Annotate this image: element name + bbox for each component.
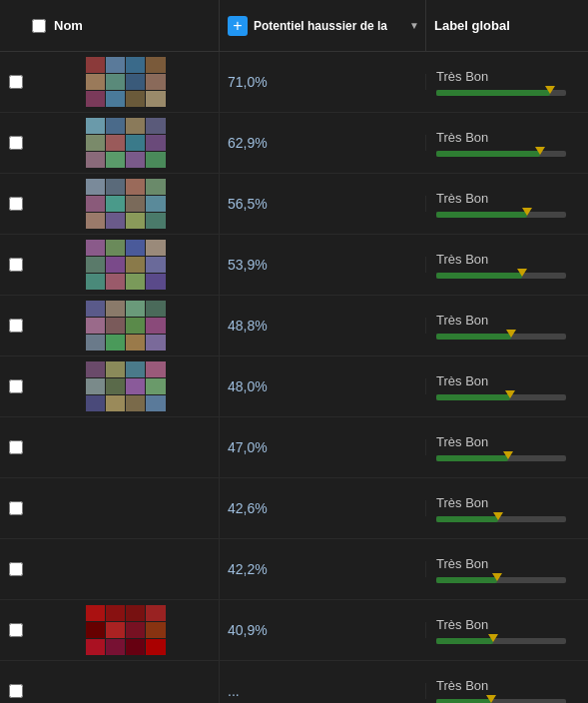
row-potentiel: 53,9% <box>220 257 426 273</box>
row-checkbox[interactable] <box>9 440 23 454</box>
row-check-cell <box>0 440 32 454</box>
label-bar-marker <box>517 269 527 277</box>
row-check-cell <box>0 379 32 393</box>
row-label-text: Très Bon <box>436 191 578 206</box>
row-potentiel: 71,0% <box>220 74 426 90</box>
table-row: 56,5%Très Bon <box>0 174 588 235</box>
row-label-text: Très Bon <box>436 678 578 693</box>
label-bar <box>436 273 566 279</box>
row-potentiel: 40,9% <box>220 622 426 638</box>
table-row: 71,0%Très Bon <box>0 52 588 113</box>
row-potentiel: 48,8% <box>220 318 426 334</box>
row-checkbox[interactable] <box>9 623 23 637</box>
row-check-cell <box>0 501 32 515</box>
row-label-text: Très Bon <box>436 313 578 328</box>
label-bar-marker <box>492 573 502 581</box>
select-all-checkbox[interactable] <box>32 19 46 33</box>
data-table: Nom + Potentiel haussier de la ▼ Label g… <box>0 0 588 703</box>
row-potentiel: 48,0% <box>220 378 426 394</box>
col-label-header: Label global <box>426 0 588 51</box>
row-label-cell: Très Bon <box>426 617 588 644</box>
row-thumbnail <box>32 661 220 704</box>
row-checkbox[interactable] <box>9 379 23 393</box>
row-check-cell <box>0 319 32 333</box>
label-bar-marker <box>488 634 498 642</box>
row-thumbnail <box>32 113 220 174</box>
row-thumbnail <box>32 296 220 356</box>
row-thumbnail <box>32 600 220 661</box>
row-check-cell <box>0 562 32 576</box>
row-potentiel: 42,6% <box>220 500 426 516</box>
row-checkbox[interactable] <box>9 562 23 576</box>
table-row: 40,9%Très Bon <box>0 600 588 661</box>
row-check-cell <box>0 684 32 698</box>
label-bar <box>436 334 566 340</box>
row-thumbnail <box>32 539 220 600</box>
nom-header-label: Nom <box>54 18 83 33</box>
label-bar-marker <box>493 512 503 520</box>
label-bar <box>436 638 566 644</box>
label-bar-marker <box>545 86 555 94</box>
row-label-text: Très Bon <box>436 252 578 267</box>
row-label-text: Très Bon <box>436 495 578 510</box>
row-check-cell <box>0 258 32 272</box>
table-header: Nom + Potentiel haussier de la ▼ Label g… <box>0 0 588 52</box>
row-checkbox[interactable] <box>9 684 23 698</box>
row-potentiel: 62,9% <box>220 135 426 151</box>
table-row: 62,9%Très Bon <box>0 113 588 174</box>
label-bar-marker <box>505 390 515 398</box>
label-bar <box>436 394 566 400</box>
row-thumbnail <box>32 52 220 113</box>
row-label-text: Très Bon <box>436 69 578 84</box>
row-label-cell: Très Bon <box>426 130 588 157</box>
row-potentiel: 47,0% <box>220 439 426 455</box>
row-label-text: Très Bon <box>436 130 578 145</box>
row-label-text: Très Bon <box>436 556 578 571</box>
table-row: 48,8%Très Bon <box>0 296 588 356</box>
row-potentiel: 56,5% <box>220 196 426 212</box>
row-label-text: Très Bon <box>436 373 578 388</box>
row-thumbnail <box>32 478 220 539</box>
label-bar-marker <box>506 330 516 338</box>
col-nom-header: Nom <box>0 0 220 51</box>
label-header-text: Label global <box>434 18 510 33</box>
col-potentiel-header: + Potentiel haussier de la ▼ <box>220 0 426 51</box>
label-bar <box>436 577 566 583</box>
row-potentiel: 42,2% <box>220 561 426 577</box>
potentiel-dropdown-icon[interactable]: ▼ <box>409 20 419 31</box>
label-bar <box>436 151 566 157</box>
row-thumbnail <box>32 235 220 296</box>
row-label-text: Très Bon <box>436 434 578 449</box>
row-check-cell <box>0 75 32 89</box>
row-checkbox[interactable] <box>9 197 23 211</box>
row-label-cell: Très Bon <box>426 434 588 461</box>
row-check-cell <box>0 197 32 211</box>
row-checkbox[interactable] <box>9 319 23 333</box>
row-label-cell: Très Bon <box>426 252 588 279</box>
row-label-cell: Très Bon <box>426 556 588 583</box>
row-label-cell: Très Bon <box>426 373 588 400</box>
table-body: 71,0%Très Bon62,9%Très Bon56,5%Très Bon5… <box>0 52 588 703</box>
row-thumbnail <box>32 356 220 417</box>
row-potentiel: ... <box>220 683 426 699</box>
label-bar <box>436 455 566 461</box>
row-checkbox[interactable] <box>9 75 23 89</box>
row-checkbox[interactable] <box>9 136 23 150</box>
table-row: 53,9%Très Bon <box>0 235 588 296</box>
row-label-cell: Très Bon <box>426 678 588 704</box>
row-check-cell <box>0 136 32 150</box>
row-label-text: Très Bon <box>436 617 578 632</box>
row-thumbnail <box>32 417 220 478</box>
label-bar <box>436 516 566 522</box>
row-checkbox[interactable] <box>9 258 23 272</box>
label-bar <box>436 212 566 218</box>
label-bar <box>436 90 566 96</box>
label-bar-marker <box>535 147 545 155</box>
row-thumbnail <box>32 174 220 235</box>
table-row: 48,0%Très Bon <box>0 356 588 417</box>
row-checkbox[interactable] <box>9 501 23 515</box>
table-row: ...Très Bon <box>0 661 588 703</box>
add-column-button[interactable]: + <box>228 16 248 36</box>
row-label-cell: Très Bon <box>426 191 588 218</box>
label-bar-marker <box>503 451 513 459</box>
